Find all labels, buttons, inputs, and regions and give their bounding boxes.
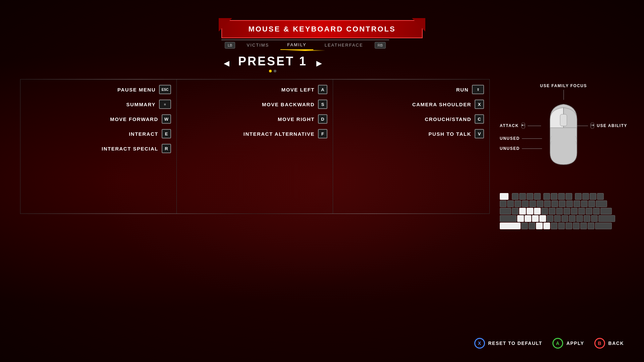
unused1-label-area: UNUSED bbox=[500, 136, 542, 141]
key-comma bbox=[573, 223, 580, 229]
preset-dot-1 bbox=[269, 70, 272, 72]
key-shift-r bbox=[595, 223, 612, 229]
key-a[interactable]: A bbox=[318, 85, 327, 94]
preset-dots bbox=[238, 70, 307, 72]
key-f-kb bbox=[539, 215, 546, 222]
key-enter bbox=[598, 215, 615, 222]
title-bar: MOUSE & KEYBOARD CONTROLS bbox=[221, 20, 423, 38]
key-z bbox=[521, 223, 528, 229]
control-pause-menu: PAUSE MENU ESC bbox=[20, 82, 176, 97]
control-label-camera-shoulder: CAMERA SHOULDER bbox=[412, 102, 471, 107]
tab-leatherface[interactable]: LEATHERFACE bbox=[318, 41, 370, 50]
key-summary[interactable]: ≡ bbox=[159, 100, 171, 109]
control-summary: SUMMARY ≡ bbox=[20, 97, 176, 112]
mouse-panel: USE FAMILY FOCUS ATTACK USE AB bbox=[496, 79, 624, 233]
key-p bbox=[578, 208, 585, 215]
reset-to-default-button[interactable]: X RESET TO DEFAULT bbox=[474, 338, 542, 349]
main-container: MOUSE & KEYBOARD CONTROLS LB VICTIMS FAM… bbox=[0, 0, 644, 362]
tabs-row: LB VICTIMS FAMILY LEATHERFACE RB bbox=[221, 40, 389, 50]
key-esc-kb bbox=[500, 193, 508, 200]
lb-button[interactable]: LB bbox=[225, 42, 235, 49]
key-esc[interactable]: ESC bbox=[159, 85, 171, 94]
key-x[interactable]: X bbox=[475, 100, 484, 109]
preset-title: PRESET 1 bbox=[238, 54, 307, 68]
control-label-move-forward: MOVE FORWARD bbox=[110, 116, 158, 122]
key-s[interactable]: S bbox=[318, 100, 327, 109]
key-d[interactable]: D bbox=[318, 114, 327, 124]
key-3 bbox=[522, 200, 529, 207]
control-move-backward: MOVE BACKWARD S bbox=[177, 97, 333, 112]
key-f7 bbox=[558, 193, 565, 200]
key-m bbox=[566, 223, 572, 229]
unused2-label-area: UNUSED bbox=[500, 146, 542, 151]
key-shift[interactable]: ⇧ bbox=[472, 85, 484, 94]
key-tab bbox=[500, 208, 511, 215]
key-w[interactable]: W bbox=[162, 114, 171, 124]
key-v[interactable]: V bbox=[475, 129, 484, 138]
content-area: PAUSE MENU ESC SUMMARY ≡ MOVE FORWARD W … bbox=[20, 79, 624, 233]
control-label-push-to-talk: PUSH TO TALK bbox=[429, 131, 471, 137]
key-c[interactable]: C bbox=[475, 114, 484, 124]
key-shift-kb bbox=[500, 223, 521, 229]
control-label-move-right: MOVE RIGHT bbox=[278, 116, 315, 122]
controls-border-bottom bbox=[20, 214, 490, 214]
control-run: RUN ⇧ bbox=[333, 82, 489, 97]
key-f[interactable]: F bbox=[318, 129, 327, 138]
tab-family[interactable]: FAMILY bbox=[280, 40, 313, 50]
key-c-kb bbox=[536, 223, 543, 229]
preset-prev-button[interactable]: ◀ bbox=[221, 58, 231, 68]
key-f1 bbox=[512, 193, 519, 200]
mouse-diagram-container: USE FAMILY FOCUS ATTACK USE AB bbox=[500, 82, 627, 190]
attack-label-area: ATTACK bbox=[500, 123, 541, 129]
control-label-crouch-stand: CROUCH/STAND bbox=[425, 116, 471, 122]
key-r[interactable]: R bbox=[162, 144, 171, 153]
key-f5 bbox=[543, 193, 550, 200]
reset-label: RESET TO DEFAULT bbox=[488, 341, 542, 346]
tab-victims[interactable]: VICTIMS bbox=[240, 41, 276, 50]
key-quote bbox=[591, 215, 598, 222]
key-e-kb bbox=[527, 208, 533, 215]
key-j bbox=[561, 215, 568, 222]
preset-next-button[interactable]: ▶ bbox=[314, 58, 324, 68]
svg-rect-3 bbox=[560, 114, 567, 126]
rb-button[interactable]: RB bbox=[375, 42, 386, 49]
key-i bbox=[564, 208, 570, 215]
key-caps bbox=[500, 215, 517, 222]
control-camera-shoulder: CAMERA SHOULDER X bbox=[333, 97, 489, 112]
unused1-label: UNUSED bbox=[500, 136, 520, 141]
control-interact-special: INTERACT SPECIAL R bbox=[20, 141, 176, 156]
back-button[interactable]: B BACK bbox=[594, 338, 624, 349]
key-e[interactable]: E bbox=[162, 129, 171, 138]
controls-col-2: MOVE LEFT A MOVE BACKWARD S MOVE RIGHT D… bbox=[177, 79, 333, 214]
page-title: MOUSE & KEYBOARD CONTROLS bbox=[248, 25, 395, 33]
x-button-icon: X bbox=[474, 338, 485, 349]
key-h bbox=[554, 215, 561, 222]
control-label-summary: SUMMARY bbox=[126, 102, 156, 107]
controls-col-3: RUN ⇧ CAMERA SHOULDER X CROUCH/STAND C P… bbox=[333, 79, 489, 214]
control-label-move-left: MOVE LEFT bbox=[281, 87, 315, 93]
key-slash bbox=[588, 223, 594, 229]
key-backspace bbox=[596, 200, 607, 207]
control-label-interact-special: INTERACT SPECIAL bbox=[102, 146, 158, 152]
control-label-interact-alt: INTERACT ALTERNATIVE bbox=[244, 131, 315, 137]
apply-button[interactable]: A APPLY bbox=[552, 338, 584, 349]
key-s-kb bbox=[525, 215, 531, 222]
header: MOUSE & KEYBOARD CONTROLS LB VICTIMS FAM… bbox=[221, 20, 423, 72]
key-d-kb bbox=[532, 215, 539, 222]
key-f12 bbox=[597, 193, 604, 200]
keyboard-diagram bbox=[500, 193, 627, 229]
key-n bbox=[558, 223, 565, 229]
controls-grid: PAUSE MENU ESC SUMMARY ≡ MOVE FORWARD W … bbox=[20, 79, 490, 214]
key-f2 bbox=[519, 193, 526, 200]
attack-line bbox=[528, 126, 541, 126]
key-f6 bbox=[551, 193, 557, 200]
key-v-kb bbox=[543, 223, 550, 229]
key-f11 bbox=[590, 193, 596, 200]
key-0 bbox=[574, 200, 580, 207]
key-o bbox=[571, 208, 578, 215]
key-minus bbox=[581, 200, 588, 207]
key-period bbox=[580, 223, 587, 229]
key-r-kb bbox=[534, 208, 541, 215]
key-w-kb bbox=[519, 208, 526, 215]
key-g bbox=[547, 215, 553, 222]
